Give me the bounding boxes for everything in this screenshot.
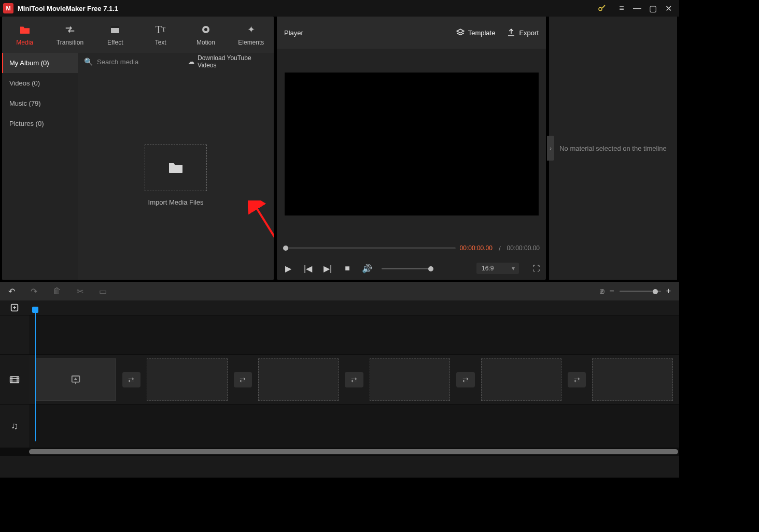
menu-button[interactable]: ≡ (614, 4, 629, 13)
play-button[interactable]: ▶ (283, 264, 293, 274)
export-icon (507, 28, 516, 37)
time-total: 00:00:00.00 (507, 245, 540, 252)
minimize-button[interactable]: — (629, 4, 645, 13)
sidebar-item-pictures[interactable]: Pictures (0) (2, 113, 78, 134)
template-label: Template (468, 29, 496, 37)
import-media-dropzone[interactable] (145, 145, 207, 191)
player-canvas (285, 73, 539, 215)
cloud-download-icon: ☁ (188, 58, 194, 65)
no-selection-label: No material selected on the timeline (559, 145, 667, 152)
svg-point-0 (599, 8, 602, 11)
undo-button[interactable]: ↶ (8, 286, 15, 296)
transition-slot[interactable]: ⇄ (122, 372, 140, 387)
add-track-button[interactable] (0, 300, 29, 315)
insert-clip-icon (70, 375, 81, 385)
transition-slot[interactable]: ⇄ (234, 372, 252, 387)
effect-icon (110, 23, 120, 36)
media-toolbar: 🔍 ☁ Download YouTube Videos (78, 53, 274, 70)
tab-motion-label: Motion (196, 39, 215, 46)
clip-slot[interactable] (370, 358, 451, 401)
search-input[interactable] (97, 58, 184, 66)
player-scrubber: 00:00:00.00 / 00:00:00.00 (277, 239, 546, 257)
scrub-handle[interactable] (283, 246, 288, 251)
player-panel: Player Template Export 00:00:00.00 (277, 17, 546, 280)
zoom-handle[interactable] (653, 289, 658, 294)
clip-slot[interactable] (481, 358, 562, 401)
zoom-fit-button[interactable]: ⎚ (600, 287, 604, 295)
close-button[interactable]: ✕ (660, 4, 676, 13)
sidebar-item-music[interactable]: Music (79) (2, 93, 78, 113)
volume-handle[interactable] (428, 266, 433, 271)
folder-icon (168, 162, 184, 174)
main-tabs: Media Transition Effect TT Text Motion (2, 17, 274, 53)
zoom-in-button[interactable]: + (666, 286, 671, 296)
video-track-icon (0, 355, 29, 404)
transition-slot[interactable]: ⇄ (568, 372, 586, 387)
export-button[interactable]: Export (507, 28, 539, 37)
tab-transition[interactable]: Transition (47, 17, 92, 53)
clip-slot[interactable] (592, 358, 673, 401)
tab-motion[interactable]: Motion (183, 17, 228, 53)
import-media-label: Import Media Files (148, 198, 204, 206)
zoom-out-button[interactable]: − (609, 286, 614, 296)
split-button[interactable]: ✂ (77, 286, 83, 296)
download-youtube-label: Download YouTube Videos (198, 54, 268, 69)
timeline-ruler[interactable] (29, 300, 679, 315)
tab-text-label: Text (155, 39, 166, 46)
tab-media-label: Media (16, 39, 33, 46)
tab-text[interactable]: TT Text (138, 17, 183, 53)
player-header: Player Template Export (277, 17, 546, 49)
folder-icon (19, 23, 31, 36)
tab-elements-label: Elements (238, 39, 264, 46)
template-button[interactable]: Template (456, 28, 496, 37)
download-youtube-button[interactable]: ☁ Download YouTube Videos (188, 54, 268, 69)
app-title: MiniTool MovieMaker Free 7.1.1 (18, 5, 118, 12)
clip-slot[interactable] (147, 358, 228, 401)
scrollbar-thumb[interactable] (29, 449, 678, 454)
collapse-properties-button[interactable]: › (547, 136, 554, 161)
volume-slider[interactable] (382, 268, 433, 269)
upgrade-key-icon[interactable] (597, 4, 607, 13)
aspect-ratio-select[interactable]: 16:9 (476, 263, 519, 274)
maximize-button[interactable]: ▢ (645, 4, 660, 13)
playhead[interactable] (35, 312, 36, 441)
stop-button[interactable]: ■ (342, 264, 353, 273)
transition-slot[interactable]: ⇄ (345, 372, 363, 387)
tab-elements[interactable]: ✦ Elements (229, 17, 274, 53)
zoom-slider[interactable] (620, 291, 661, 292)
crop-button[interactable]: ▭ (99, 286, 107, 296)
search-icon: 🔍 (84, 57, 93, 66)
tab-effect-label: Effect (107, 39, 123, 46)
redo-button[interactable]: ↷ (31, 286, 37, 296)
svg-rect-7 (10, 377, 19, 383)
titlebar: M MiniTool MovieMaker Free 7.1.1 ≡ — ▢ ✕ (0, 0, 679, 17)
prev-frame-button[interactable]: |◀ (303, 264, 313, 274)
media-sidebar: My Album (0) Videos (0) Music (79) Pictu… (2, 53, 78, 280)
motion-icon (201, 23, 211, 36)
sidebar-item-my-album[interactable]: My Album (0) (2, 53, 78, 73)
volume-icon[interactable]: 🔊 (362, 264, 372, 274)
delete-button[interactable]: 🗑 (53, 286, 61, 296)
video-track: ⇄ ⇄ ⇄ ⇄ ⇄ (0, 354, 679, 404)
sidebar-item-videos[interactable]: Videos (0) (2, 73, 78, 93)
audio-track-icon: ♫ (0, 405, 29, 448)
timeline-scrollbar[interactable] (0, 448, 679, 456)
text-icon: TT (156, 23, 166, 36)
elements-icon: ✦ (247, 23, 255, 36)
timeline-toolbar: ↶ ↷ 🗑 ✂ ▭ ⎚ − + (0, 282, 679, 300)
properties-panel: › No material selected on the timeline (549, 17, 677, 280)
clip-slot[interactable] (258, 358, 339, 401)
aspect-ratio-value: 16:9 (482, 265, 494, 272)
tab-effect[interactable]: Effect (93, 17, 138, 53)
player-controls: ▶ |◀ ▶| ■ 🔊 16:9 ⛶ (277, 257, 546, 280)
timeline: ⇄ ⇄ ⇄ ⇄ ⇄ ♫ (0, 300, 679, 478)
next-frame-button[interactable]: ▶| (322, 264, 333, 274)
audio-track: ♫ (0, 404, 679, 448)
transition-icon (64, 23, 76, 36)
transition-slot[interactable]: ⇄ (456, 372, 474, 387)
clip-slot[interactable] (35, 358, 116, 401)
fullscreen-button[interactable]: ⛶ (532, 264, 540, 272)
app-logo: M (3, 3, 13, 13)
tab-media[interactable]: Media (2, 17, 47, 53)
scrub-track[interactable] (283, 247, 456, 249)
